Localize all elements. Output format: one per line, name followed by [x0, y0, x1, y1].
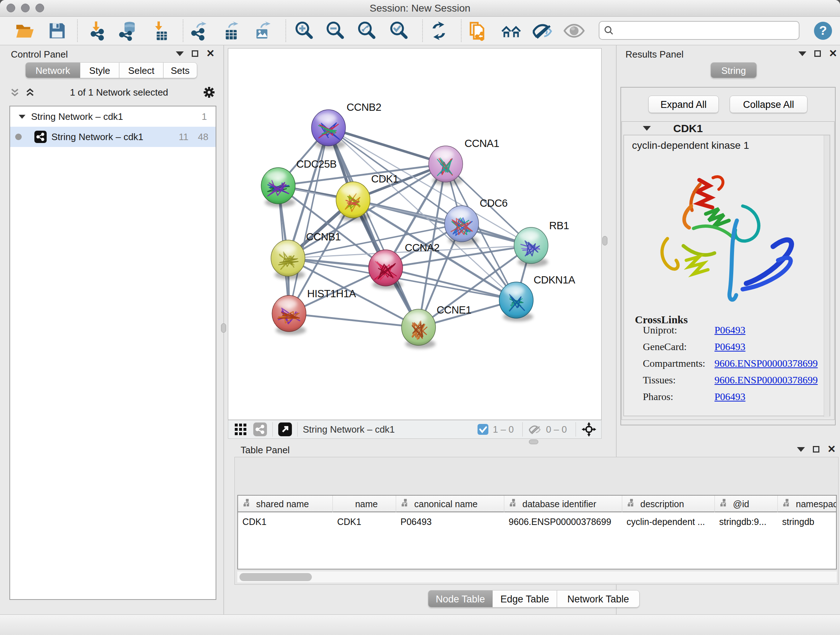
column-header-description[interactable]: description: [622, 496, 715, 512]
edge-CCNB2-CCNA1[interactable]: [328, 128, 446, 164]
node-label-CDK1: CDK1: [371, 173, 398, 185]
tab-network[interactable]: Network: [25, 62, 80, 78]
annotation-icon[interactable]: [468, 20, 489, 41]
export-network-icon[interactable]: [188, 20, 209, 41]
results-scrollbar[interactable]: [824, 135, 829, 417]
search-field[interactable]: [599, 21, 799, 40]
network-options-gear-icon[interactable]: [202, 85, 216, 100]
network-node-HIST1H1A[interactable]: [272, 295, 306, 332]
network-node-CCNA1[interactable]: [429, 146, 463, 182]
import-network-database-icon[interactable]: [118, 20, 139, 41]
tab-string[interactable]: String: [711, 62, 757, 78]
gene-collapse-icon[interactable]: [643, 126, 651, 131]
status-bar: Memory: [0, 614, 840, 635]
collection-label: String Network – cdk1: [31, 111, 202, 122]
panel-float-icon[interactable]: [192, 50, 198, 57]
zoom-in-icon[interactable]: [294, 20, 314, 41]
column-header-shared-name[interactable]: shared name: [238, 496, 333, 512]
column-label: name: [355, 499, 378, 509]
zoom-fit-icon[interactable]: [356, 20, 377, 41]
crosslink-pharos-link[interactable]: P06493: [714, 391, 745, 402]
selected-count: 1 – 0: [493, 424, 514, 435]
panel-float-icon[interactable]: [813, 446, 819, 453]
birdseye-view-icon[interactable]: [278, 422, 292, 437]
network-node-CDC25B[interactable]: [261, 168, 295, 204]
hide-selected-icon[interactable]: [532, 20, 553, 41]
zoom-selected-icon[interactable]: [388, 20, 409, 41]
tab-sets[interactable]: Sets: [164, 62, 197, 78]
network-row[interactable]: String Network – cdk1 11 48: [10, 127, 216, 147]
panel-float-icon[interactable]: [814, 50, 821, 57]
network-node-RB1[interactable]: [514, 227, 548, 264]
show-all-icon[interactable]: [564, 20, 584, 41]
tab-edge-table[interactable]: Edge Table: [493, 590, 557, 608]
right-splitter-grip[interactable]: [602, 236, 607, 245]
cell-database-identifier: 9606.ENSP00000378699: [504, 514, 622, 530]
help-icon[interactable]: ?: [813, 20, 834, 41]
node-table: shared namenamecanonical namedatabase id…: [237, 495, 837, 570]
fit-content-crosshair-icon[interactable]: [581, 421, 597, 437]
column-header-canonical-name[interactable]: canonical name: [396, 496, 504, 512]
collection-expand-icon[interactable]: [19, 114, 26, 119]
column-header-namespace[interactable]: namespace: [778, 496, 837, 512]
panel-close-icon[interactable]: ✕: [206, 50, 215, 57]
table-hscrollbar[interactable]: [237, 571, 837, 583]
crosslink-label: Uniprot:: [643, 325, 714, 336]
save-session-icon[interactable]: [47, 20, 68, 41]
network-collection-row[interactable]: String Network – cdk1 1: [10, 106, 216, 127]
column-header-name[interactable]: name: [333, 496, 396, 512]
collapse-all-icon[interactable]: [9, 86, 21, 98]
network-node-CCNE1[interactable]: [401, 309, 436, 345]
panel-menu-icon[interactable]: [797, 447, 805, 452]
expand-all-icon[interactable]: [24, 86, 36, 98]
network-state-dot: [15, 134, 22, 140]
tab-node-table[interactable]: Node Table: [428, 590, 493, 608]
search-input[interactable]: [617, 25, 794, 36]
panel-close-icon[interactable]: ✕: [827, 446, 836, 453]
bottom-splitter-grip[interactable]: [529, 440, 538, 444]
collapse-all-button[interactable]: Collapse All: [729, 96, 807, 113]
gene-symbol: CDK1: [673, 122, 703, 135]
panel-close-icon[interactable]: ✕: [829, 50, 837, 57]
network-node-CDKN1A[interactable]: [499, 282, 533, 318]
zoom-out-icon[interactable]: [325, 20, 346, 41]
column-header-@id[interactable]: @id: [715, 496, 778, 512]
network-node-CDK1[interactable]: [336, 182, 370, 218]
network-node-CCNA2[interactable]: [369, 250, 403, 286]
cell-description: cyclin-dependent ...: [622, 514, 715, 530]
network-canvas[interactable]: CCNB2CCNA1CDC25BCDK1CDC6RB1CCNB1CCNA2CDK…: [228, 48, 602, 420]
first-neighbors-icon[interactable]: [501, 20, 522, 41]
crosslink-compartments-link[interactable]: 9606.ENSP00000378699: [714, 358, 818, 369]
tab-select[interactable]: Select: [119, 62, 164, 78]
panel-menu-icon[interactable]: [798, 51, 806, 56]
export-table-icon[interactable]: [220, 20, 241, 41]
crosslink-uniprot-link[interactable]: P06493: [714, 325, 745, 336]
title-bar: Session: New Session: [0, 0, 840, 17]
node-label-CCNB2: CCNB2: [347, 101, 381, 113]
column-type-icon: [508, 498, 518, 510]
table-hscrollbar-thumb[interactable]: [240, 573, 312, 581]
expand-all-button[interactable]: Expand All: [648, 96, 719, 113]
table-panel-title: Table Panel: [240, 445, 290, 456]
status-separator: [523, 422, 523, 437]
crosslink-genecard-link[interactable]: P06493: [714, 341, 745, 353]
left-splitter-grip[interactable]: [221, 323, 226, 333]
edge-HIST1H1A-CCNE1[interactable]: [289, 314, 418, 327]
import-table-file-icon[interactable]: [150, 20, 171, 41]
tab-network-table[interactable]: Network Table: [557, 590, 639, 608]
network-node-CCNB2[interactable]: [311, 110, 346, 146]
share-view-icon[interactable]: [253, 422, 267, 437]
import-network-file-icon[interactable]: [88, 20, 109, 41]
network-node-CCNB1[interactable]: [271, 240, 305, 276]
apply-layout-icon[interactable]: [428, 20, 449, 41]
column-header-database-identifier[interactable]: database identifier: [504, 496, 622, 512]
crosslink-tissues-link[interactable]: 9606.ENSP00000378699: [714, 374, 818, 386]
panel-menu-icon[interactable]: [176, 51, 184, 56]
open-session-icon[interactable]: [14, 20, 35, 41]
selected-checkbox-icon[interactable]: [477, 423, 489, 435]
grid-view-icon[interactable]: [233, 422, 248, 437]
network-node-CDC6[interactable]: [445, 206, 478, 242]
export-image-icon[interactable]: [251, 20, 272, 41]
network-selection-status: 1 of 1 Network selected: [36, 87, 202, 98]
tab-style[interactable]: Style: [80, 62, 119, 78]
